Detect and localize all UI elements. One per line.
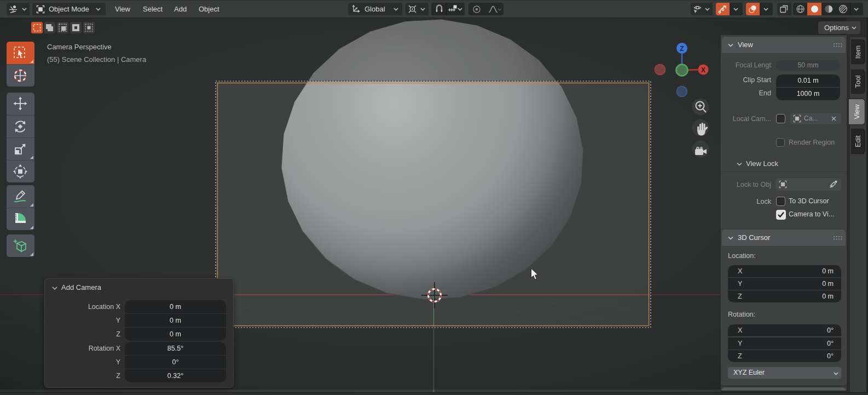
svg-text:Z: Z — [680, 45, 684, 53]
svg-text:X: X — [701, 66, 705, 74]
